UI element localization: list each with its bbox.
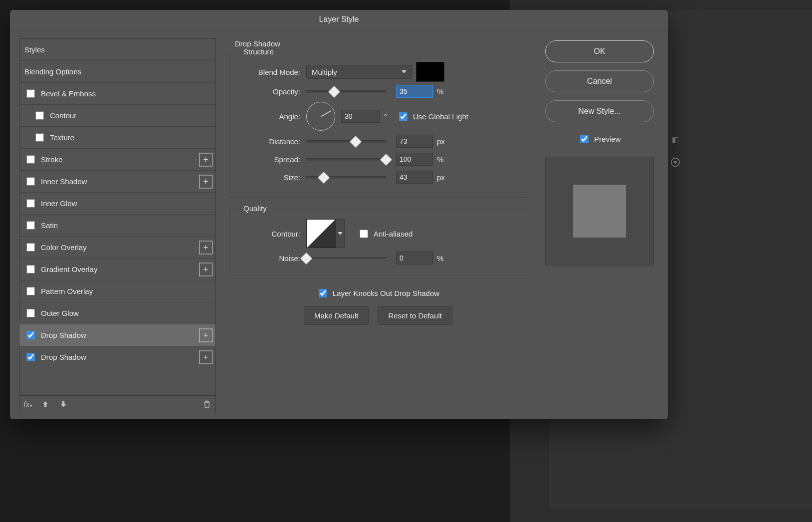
color-overlay-row[interactable]: Color Overlay +: [19, 237, 215, 259]
spread-input[interactable]: [396, 153, 433, 166]
cancel-button[interactable]: Cancel: [545, 70, 654, 92]
inner-shadow-checkbox[interactable]: [26, 177, 35, 186]
anti-aliased-checkbox[interactable]: [360, 230, 368, 238]
pattern-overlay-row[interactable]: Pattern Overlay: [19, 280, 215, 302]
distance-label: Distance:: [240, 137, 306, 146]
preview-object: [573, 185, 626, 238]
distance-slider[interactable]: [306, 138, 386, 145]
inner-glow-checkbox[interactable]: [26, 199, 35, 208]
drop-shadow-1-checkbox[interactable]: [26, 331, 35, 339]
move-down-icon[interactable]: [59, 400, 68, 410]
shadow-color-swatch[interactable]: [416, 62, 444, 82]
styles-list: Styles Blending Options Bevel & Emboss C…: [19, 38, 216, 396]
noise-unit: %: [437, 254, 443, 262]
gradient-overlay-row[interactable]: Gradient Overlay +: [19, 259, 215, 280]
contour-picker[interactable]: [306, 219, 336, 248]
layer-style-dialog: Layer Style Styles Blending Options Beve…: [10, 10, 668, 419]
global-light-checkbox[interactable]: [399, 112, 407, 121]
stroke-row[interactable]: Stroke +: [19, 149, 215, 171]
inner-glow-row[interactable]: Inner Glow: [19, 193, 215, 215]
ok-button[interactable]: OK: [545, 40, 654, 62]
size-slider[interactable]: [306, 174, 386, 181]
add-gradient-overlay-button[interactable]: +: [199, 262, 212, 276]
noise-label: Noise:: [240, 254, 306, 262]
preview-checkbox[interactable]: [580, 135, 589, 143]
knockout-checkbox[interactable]: [319, 289, 327, 297]
drop-shadow-2-checkbox[interactable]: [26, 353, 35, 361]
pattern-overlay-checkbox[interactable]: [26, 287, 35, 295]
contour-row[interactable]: Contour: [19, 105, 215, 127]
blending-options-row[interactable]: Blending Options: [19, 61, 215, 83]
angle-dial[interactable]: [306, 102, 335, 131]
opacity-unit: %: [437, 87, 443, 96]
add-inner-shadow-button[interactable]: +: [199, 175, 212, 188]
new-style-button[interactable]: New Style...: [545, 100, 654, 122]
move-up-icon[interactable]: [41, 400, 50, 410]
styles-list-spacer: [19, 368, 215, 395]
opacity-slider[interactable]: [306, 88, 386, 95]
quality-legend: Quality: [239, 204, 271, 213]
blend-mode-select[interactable]: Multiply: [306, 65, 412, 79]
bevel-emboss-checkbox[interactable]: [26, 89, 35, 98]
color-wheel-icon[interactable]: [668, 155, 683, 170]
swatches-icon[interactable]: ◧: [668, 132, 683, 147]
add-color-overlay-button[interactable]: +: [199, 241, 212, 254]
chevron-down-icon: [402, 70, 406, 73]
reset-default-button[interactable]: Reset to Default: [378, 306, 452, 325]
size-input[interactable]: [396, 171, 433, 184]
structure-legend: Structure: [239, 47, 278, 56]
structure-fieldset: Structure Blend Mode: Multiply Opacity: …: [229, 52, 527, 198]
contour-dropdown[interactable]: [336, 219, 345, 248]
drop-shadow-row-2[interactable]: Drop Shadow +: [19, 346, 215, 368]
texture-row[interactable]: Texture: [19, 127, 215, 149]
quality-fieldset: Quality Contour: Anti-aliased Noise:: [229, 209, 527, 278]
outer-glow-row[interactable]: Outer Glow: [19, 302, 215, 324]
settings-column: Drop Shadow Structure Blend Mode: Multip…: [216, 38, 540, 414]
bevel-emboss-row[interactable]: Bevel & Emboss: [19, 83, 215, 105]
size-label: Size:: [240, 173, 306, 182]
spread-slider[interactable]: [306, 156, 386, 163]
styles-footer: fx▾: [19, 396, 216, 414]
global-light-wrapper: Use Global Light: [397, 111, 468, 122]
panel-title: Drop Shadow: [235, 39, 527, 48]
knockout-wrapper: Layer Knocks Out Drop Shadow: [317, 287, 439, 299]
distance-input[interactable]: [396, 135, 433, 148]
inner-shadow-row[interactable]: Inner Shadow +: [19, 171, 215, 193]
gradient-overlay-checkbox[interactable]: [26, 265, 35, 273]
fx-menu-icon[interactable]: fx▾: [23, 400, 32, 409]
drop-shadow-row-1[interactable]: Drop Shadow +: [19, 324, 215, 346]
satin-row[interactable]: Satin: [19, 215, 215, 237]
spread-label: Spread:: [240, 155, 306, 164]
outer-glow-checkbox[interactable]: [26, 309, 35, 317]
color-overlay-checkbox[interactable]: [26, 243, 35, 252]
trash-icon[interactable]: [203, 400, 211, 410]
chevron-down-icon: [338, 232, 343, 235]
angle-label: Angle:: [240, 112, 306, 121]
styles-header[interactable]: Styles: [19, 39, 215, 61]
contour-label: Contour:: [240, 230, 306, 238]
make-default-button[interactable]: Make Default: [304, 306, 369, 325]
preview-box: [545, 157, 654, 265]
action-column: OK Cancel New Style... Preview: [540, 38, 659, 414]
opacity-label: Opacity:: [240, 87, 306, 96]
contour-checkbox[interactable]: [35, 111, 44, 120]
svg-point-1: [674, 161, 677, 164]
anti-aliased-wrapper: Anti-aliased: [358, 228, 412, 240]
texture-checkbox[interactable]: [35, 133, 44, 142]
angle-input[interactable]: [341, 110, 380, 123]
opacity-input[interactable]: [396, 85, 433, 98]
spread-unit: %: [437, 155, 443, 164]
blend-mode-label: Blend Mode:: [240, 68, 306, 76]
size-unit: px: [437, 173, 445, 182]
dialog-title: Layer Style: [10, 10, 668, 29]
add-drop-shadow-1-button[interactable]: +: [199, 328, 212, 342]
add-drop-shadow-2-button[interactable]: +: [199, 350, 212, 364]
satin-checkbox[interactable]: [26, 221, 35, 230]
distance-unit: px: [437, 137, 445, 146]
noise-slider[interactable]: [306, 255, 386, 261]
styles-column: Styles Blending Options Bevel & Emboss C…: [19, 38, 216, 414]
noise-input[interactable]: [396, 252, 433, 264]
angle-unit: °: [384, 112, 387, 121]
stroke-checkbox[interactable]: [26, 155, 35, 164]
add-stroke-button[interactable]: +: [199, 153, 212, 166]
